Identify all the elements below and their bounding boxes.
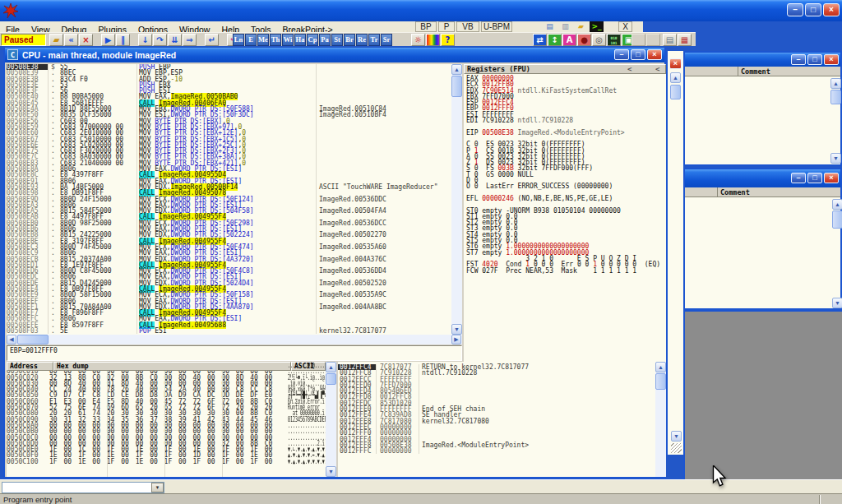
panel-list-button[interactable]: ▦ [678, 34, 692, 46]
stack-pane[interactable]: 0012FFC47C817077RETURN to kernel32.7C817… [338, 362, 655, 477]
menu-button-bp[interactable]: BP [415, 21, 437, 32]
toolbar-letter-button-tr[interactable]: Tr [368, 34, 380, 46]
restore-icon[interactable]: □ [631, 49, 645, 60]
step-over-button[interactable]: ↷ [153, 34, 167, 46]
command-combobox[interactable]: ▼ [2, 482, 164, 493]
scroll-up-icon[interactable]: ▲ [655, 362, 666, 372]
scroll-down-icon[interactable]: ▼ [451, 324, 462, 335]
menu-button-vb[interactable]: VB [456, 21, 479, 32]
open-file-button[interactable]: ▰ [49, 34, 63, 46]
register-line[interactable]: FCW 027F Prec NEAR,53 Mask 1 1 1 1 1 1 [466, 268, 666, 274]
toolbar-letter-button-wi[interactable]: Wi [282, 34, 294, 46]
trace-over-button[interactable]: ⇒ [183, 34, 197, 46]
toolbar-letter-button-e[interactable]: E [245, 34, 257, 46]
scroll-down-icon[interactable]: ▼ [326, 466, 336, 477]
toolbar-letter-button-sr[interactable]: Sr [381, 34, 392, 46]
minimize-icon[interactable]: – [791, 173, 806, 183]
minimize-icon[interactable]: – [787, 3, 803, 16]
cpu-window-titlebar[interactable]: C CPU - main thread, module ImageRed –□× [5, 48, 664, 62]
restore-icon[interactable]: □ [807, 173, 822, 183]
disasm-row[interactable]: 00508E3E.53PUSH EBX [7, 82, 451, 88]
close-icon[interactable]: × [824, 173, 839, 183]
tile-windows-button[interactable]: ▤ [663, 34, 677, 46]
step-into-button[interactable]: ↓ [138, 34, 152, 46]
scroll-up-icon[interactable]: ▲ [832, 199, 842, 210]
register-line[interactable]: EDI 7C910228 ntdll.7C910228 [466, 118, 666, 123]
dump-row[interactable]: 0050C1001F 00 1E 00 1F 00 1E 00 1F 00 1F… [7, 459, 326, 465]
scroll-thumb[interactable] [670, 85, 681, 99]
main-titlebar[interactable]: –□× [0, 0, 842, 21]
updown-arrows-button[interactable]: ↕ [548, 34, 562, 46]
pause-button[interactable]: ‖ [116, 34, 130, 46]
notes-icon[interactable]: ▤ [543, 21, 557, 32]
assemble-a-button[interactable]: A [562, 34, 576, 46]
close-icon[interactable]: × [823, 3, 840, 16]
disasm-row[interactable]: 00508E3B.83C4 F0ADD ESP,-10 [7, 76, 451, 82]
scroll-thumb[interactable] [451, 76, 462, 97]
scroll-down-icon[interactable]: ▼ [671, 431, 682, 442]
swap-arrows-button[interactable]: ⇄ [533, 34, 547, 46]
scroll-thumb[interactable] [17, 335, 49, 344]
toolbar-letter-button-me[interactable]: Me [257, 34, 269, 46]
scroll-up-icon[interactable]: ▲ [830, 78, 841, 89]
binary-button[interactable]: 010 101 [607, 34, 621, 46]
appearance-gear-button[interactable]: ☼ [411, 34, 425, 46]
restore-icon[interactable]: □ [805, 3, 821, 16]
dump-address-header[interactable]: Address [7, 362, 53, 371]
toolbar-letter-button-st[interactable]: St [331, 34, 343, 46]
disassembly-scrollbar[interactable]: ▲ ▼ [451, 64, 462, 335]
breakpoint-dot-button[interactable]: ● [577, 34, 591, 46]
register-line[interactable]: O 0 LastErr ERROR_SUCCESS (00000000) [466, 183, 666, 189]
help-button[interactable]: ? [441, 34, 455, 46]
dump-hex-header[interactable]: Hex dump [53, 362, 291, 371]
scroll-left-icon[interactable]: ◀ [7, 335, 16, 344]
scroll-thumb[interactable] [832, 210, 842, 229]
comment-panel-1-titlebar[interactable]: –□× [685, 53, 840, 67]
scroll-up-icon[interactable]: ▲ [670, 72, 681, 83]
restart-button[interactable]: « [64, 34, 78, 46]
collapse-icon[interactable]: < [655, 65, 659, 74]
close-icon[interactable]: × [647, 49, 662, 60]
disasm-row[interactable]: 00508F03.5EPOP ESIkernel32.7C817077 [7, 328, 451, 334]
stack-row[interactable]: 0012FFFC00000000 [338, 448, 655, 454]
minimize-icon[interactable]: – [791, 54, 806, 65]
dump-scrollbar[interactable]: ▲ ▼ [326, 362, 336, 477]
comment-column-header[interactable]: Comment [741, 67, 770, 76]
registers-pane[interactable]: Registers (FPU) < < EAX 00000000ECX 0012… [464, 64, 666, 408]
spiral-button[interactable]: ◎ [592, 34, 606, 46]
scroll-up-icon[interactable]: ▲ [451, 64, 462, 75]
minimize-icon[interactable]: – [614, 49, 629, 60]
stack-scrollbar[interactable]: ▲ [655, 362, 666, 477]
menu-close-button[interactable]: X [618, 21, 632, 32]
command-input[interactable] [3, 483, 150, 492]
menu-button-u-bpm[interactable]: U-BPM [481, 21, 512, 32]
folder-icon[interactable]: ▰ [574, 21, 588, 32]
disassembly-hscrollbar[interactable]: ◀ ▶ [7, 335, 462, 344]
run-button[interactable]: ▶ [101, 34, 115, 46]
toolbar-letter-button-br[interactable]: Br [344, 34, 355, 46]
collapse-icon[interactable]: < [627, 65, 632, 74]
chevron-down-icon[interactable]: ▼ [151, 483, 164, 492]
restore-icon[interactable]: □ [807, 54, 822, 65]
comment-column-header[interactable]: Comment [720, 188, 750, 197]
toolbar-letter-button-re[interactable]: Re [356, 34, 368, 46]
scroll-thumb[interactable] [326, 373, 336, 385]
toolbar-letter-button-ha[interactable]: Ha [294, 34, 306, 46]
toolbar-letter-button-ln[interactable]: Ln [233, 34, 244, 46]
colors-rainbow-button[interactable] [426, 34, 440, 46]
register-line[interactable]: T 0 GS 0000 NULL [466, 172, 666, 178]
scroll-right-icon[interactable]: ▶ [451, 335, 461, 344]
trace-into-button[interactable]: ⇊ [168, 34, 182, 46]
menu-button-p[interactable]: P [438, 21, 455, 32]
toolbar-letter-button-th[interactable]: Th [270, 34, 281, 46]
scroll-thumb[interactable] [830, 90, 841, 104]
close-program-button[interactable]: × [79, 34, 93, 46]
scroll-down-icon[interactable]: ▼ [830, 153, 841, 164]
log-icon[interactable]: ▥ [558, 21, 572, 32]
resize-grip[interactable] [671, 443, 682, 453]
scroll-thumb[interactable] [655, 373, 666, 390]
scroll-up-icon[interactable]: ▲ [326, 362, 336, 372]
toolbar-letter-button-pa[interactable]: Pa [319, 34, 331, 46]
terminal-icon[interactable]: >_ [590, 21, 604, 32]
execute-till-return-button[interactable]: ↵ [205, 34, 219, 46]
